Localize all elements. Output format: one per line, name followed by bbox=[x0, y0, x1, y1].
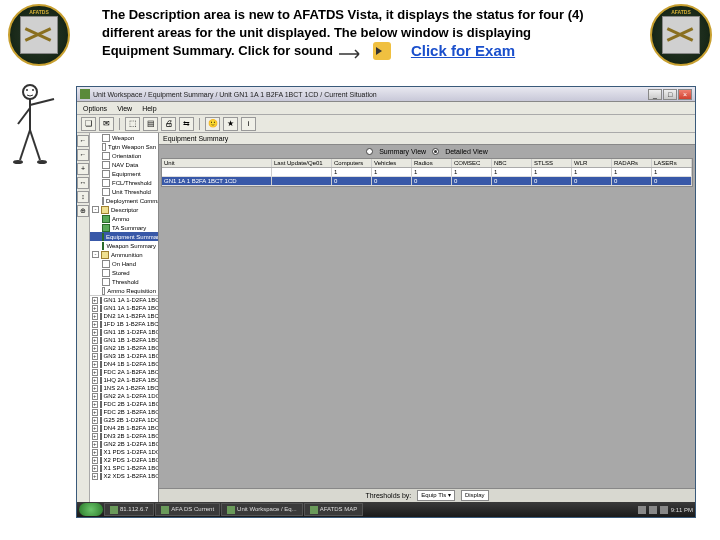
arrow-icon bbox=[339, 46, 367, 56]
svg-line-4 bbox=[30, 99, 54, 105]
tree-item[interactable]: Ammo Requisition bbox=[90, 286, 158, 295]
summary-radio[interactable] bbox=[366, 148, 373, 155]
tree-item[interactable]: Stored bbox=[90, 268, 158, 277]
svg-point-8 bbox=[13, 160, 23, 164]
left-btn-4[interactable]: ↕ bbox=[77, 191, 89, 203]
tree-item[interactable]: Tgtn Weapon Ssn bbox=[90, 142, 158, 151]
grid-header[interactable]: Radios bbox=[412, 159, 452, 167]
tree-unit-item[interactable]: +1FD 1B 1-B2FA 1BCT bbox=[90, 320, 158, 328]
tree-unit-item[interactable]: +X2 XDS 1-B2FA 1BCT bbox=[90, 472, 158, 480]
tree-unit-item[interactable]: +G25 2B 1-D2FA 1DCT bbox=[90, 416, 158, 424]
tree-item[interactable]: Unit Threshold bbox=[90, 187, 158, 196]
tree-unit-item[interactable]: +GN3 1B 1-D2FA 1BCT bbox=[90, 352, 158, 360]
grid-header[interactable]: Vehicles bbox=[372, 159, 412, 167]
tool-btn-4[interactable]: 🖨 bbox=[161, 117, 176, 131]
tree-unit-item[interactable]: +GN1 1A 1-B2FA 1BCT bbox=[90, 304, 158, 312]
task-item-3[interactable]: AFATDS MAP bbox=[304, 503, 364, 516]
tree-unit-item[interactable]: +GN2 1B 1-B2FA 1BCT bbox=[90, 344, 158, 352]
grid-header[interactable]: RADARs bbox=[612, 159, 652, 167]
tree-panel[interactable]: WeaponTgtn Weapon SsnOrientationNAV Data… bbox=[90, 133, 159, 502]
tree-item[interactable]: -Ammunition bbox=[90, 250, 158, 259]
left-btn-5[interactable]: ⊕ bbox=[77, 205, 89, 217]
window-title: Unit Workspace / Equipment Summary / Uni… bbox=[93, 91, 648, 98]
grid-header[interactable]: COMSEC bbox=[452, 159, 492, 167]
minimize-button[interactable]: _ bbox=[648, 89, 662, 100]
grid-header[interactable]: Computers bbox=[332, 159, 372, 167]
tool-btn-0[interactable]: ❏ bbox=[81, 117, 96, 131]
tree-unit-item[interactable]: +GN2 2B 1-D2FA 1BCT bbox=[90, 440, 158, 448]
menu-view[interactable]: View bbox=[117, 105, 132, 112]
grid-header[interactable]: Unit bbox=[162, 159, 272, 167]
tree-unit-item[interactable]: +1HQ 2A 1-B2FA 1BCT bbox=[90, 376, 158, 384]
start-button[interactable] bbox=[79, 503, 103, 516]
tree-unit-item[interactable]: +X1 SPC 1-B2FA 1BCT bbox=[90, 464, 158, 472]
menu-help[interactable]: Help bbox=[142, 105, 156, 112]
tool-btn-3[interactable]: ▤ bbox=[143, 117, 158, 131]
tree-item[interactable]: NAV Data bbox=[90, 160, 158, 169]
grid-row[interactable]: 111111111 bbox=[162, 168, 692, 177]
grid-header[interactable]: Last Update/Qe01 bbox=[272, 159, 332, 167]
task-item-2[interactable]: Unit Workspace / Eq... bbox=[221, 503, 303, 516]
tree-item[interactable]: Weapon Summary bbox=[90, 241, 158, 250]
equipment-grid[interactable]: UnitLast Update/Qe01ComputersVehiclesRad… bbox=[161, 158, 693, 187]
grid-header[interactable]: NBC bbox=[492, 159, 532, 167]
tool-btn-5[interactable]: ⇆ bbox=[179, 117, 194, 131]
tree-unit-item[interactable]: +DN4 2B 1-B2FA 1BCT bbox=[90, 424, 158, 432]
tool-btn-1[interactable]: ✉ bbox=[99, 117, 114, 131]
tree-item[interactable]: Threshold bbox=[90, 277, 158, 286]
left-btn-1[interactable]: ← bbox=[77, 149, 89, 161]
afatds-badge-left: AFATDS bbox=[8, 4, 70, 66]
detailed-label: Detailed View bbox=[445, 148, 488, 155]
tree-unit-item[interactable]: +FDC 2B 1-B2FA 1BCT bbox=[90, 408, 158, 416]
tree-item[interactable]: Ammo bbox=[90, 214, 158, 223]
grid-header[interactable]: WLR bbox=[572, 159, 612, 167]
tree-unit-item[interactable]: +GN1 1A 1-D2FA 1BCT bbox=[90, 296, 158, 304]
tree-unit-item[interactable]: +GN1 1B 1-B2FA 1BCT bbox=[90, 336, 158, 344]
tree-item[interactable]: TA Summary bbox=[90, 223, 158, 232]
tree-unit-item[interactable]: +DN3 2B 1-D2FA 1BCT bbox=[90, 432, 158, 440]
task-item-1[interactable]: AFA DS Current bbox=[155, 503, 220, 516]
grid-header[interactable]: LASERs bbox=[652, 159, 692, 167]
detailed-radio[interactable] bbox=[432, 148, 439, 155]
tray-icon[interactable] bbox=[649, 506, 657, 514]
tree-unit-item[interactable]: +FDC 2B 1-D2FA 1BCT bbox=[90, 400, 158, 408]
tree-item[interactable]: Deployment Command bbox=[90, 196, 158, 205]
grid-header[interactable]: STLSS bbox=[532, 159, 572, 167]
tree-unit-item[interactable]: +GN2 2A 1-D2FA 1DCT bbox=[90, 392, 158, 400]
left-btn-2[interactable]: + bbox=[77, 163, 89, 175]
tool-btn-9[interactable]: i bbox=[241, 117, 256, 131]
threshold-display-btn[interactable]: Display bbox=[461, 490, 489, 501]
tray-icon[interactable] bbox=[638, 506, 646, 514]
tree-unit-item[interactable]: +DN4 1B 1-D2FA 1BCT bbox=[90, 360, 158, 368]
tree-unit-item[interactable]: +X2 PDS 1-D2FA 1BCT bbox=[90, 456, 158, 464]
tree-unit-item[interactable]: +GN1 1B 1-D2FA 1BCT bbox=[90, 328, 158, 336]
sound-icon[interactable] bbox=[373, 42, 391, 60]
tree-item[interactable]: Equipment bbox=[90, 169, 158, 178]
threshold-combo[interactable]: Equip Tls ▾ bbox=[417, 490, 455, 501]
tool-btn-7[interactable]: 🙂 bbox=[205, 117, 220, 131]
tray-icon[interactable] bbox=[660, 506, 668, 514]
close-button[interactable]: × bbox=[678, 89, 692, 100]
grid-row[interactable]: GN1 1A 1 B2FA 1BCT 1CD000000000 bbox=[162, 177, 692, 186]
tree-item[interactable]: -Descriptor bbox=[90, 205, 158, 214]
tool-btn-2[interactable]: ⬚ bbox=[125, 117, 140, 131]
task-item-0[interactable]: 81.112.6.7 bbox=[104, 503, 154, 516]
tree-unit-item[interactable]: +DN2 1A 1-B2FA 1BCT bbox=[90, 312, 158, 320]
tree-item[interactable]: FCL/Threshold bbox=[90, 178, 158, 187]
exam-link[interactable]: Click for Exam bbox=[411, 41, 515, 61]
tree-item[interactable]: On Hand bbox=[90, 259, 158, 268]
tool-btn-8[interactable]: ★ bbox=[223, 117, 238, 131]
left-btn-3[interactable]: ↔ bbox=[77, 177, 89, 189]
maximize-button[interactable]: □ bbox=[663, 89, 677, 100]
tree-unit-item[interactable]: +FDC 2A 1-B2FA 1BCT bbox=[90, 368, 158, 376]
tree-unit-item[interactable]: +1NS 2A 1-B2FA 1BCT bbox=[90, 384, 158, 392]
app-window: Unit Workspace / Equipment Summary / Uni… bbox=[76, 86, 696, 518]
tree-item[interactable]: Weapon bbox=[90, 133, 158, 142]
threshold-bar: Thresholds by: Equip Tls ▾ Display bbox=[159, 488, 695, 502]
menu-options[interactable]: Options bbox=[83, 105, 107, 112]
tree-item[interactable]: Orientation bbox=[90, 151, 158, 160]
tree-unit-item[interactable]: +X1 PDS 1-D2FA 1DCT bbox=[90, 448, 158, 456]
tree-item[interactable]: Equipment Summary bbox=[90, 232, 158, 241]
left-btn-0[interactable]: ← bbox=[77, 135, 89, 147]
taskbar: 81.112.6.7 AFA DS Current Unit Workspace… bbox=[77, 502, 695, 517]
